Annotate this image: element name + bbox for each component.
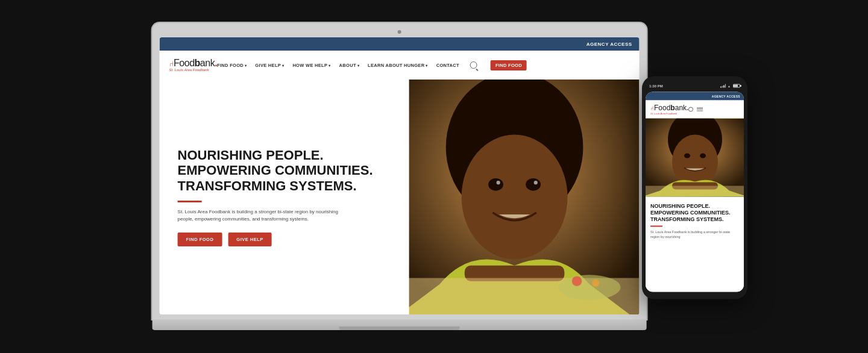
laptop-camera: [398, 30, 401, 34]
phone-status-icons: ▲: [720, 84, 740, 88]
wifi-icon: ▲: [728, 84, 731, 88]
signal-icon: [720, 84, 726, 88]
phone-logo-sub: St. Louis Area Foodbank: [650, 112, 688, 115]
nav-learn-hunger[interactable]: LEARN ABOUT HUNGER ▾: [368, 63, 428, 68]
laptop-base: [153, 319, 647, 330]
phone: 1:30 PM ▲ AGENCY ACCESS: [642, 77, 747, 299]
agency-access-label[interactable]: AGENCY ACCESS: [587, 42, 632, 47]
battery-fill: [734, 85, 738, 87]
phone-nav-icons: [688, 107, 703, 111]
phone-hero-title: NOURISHING PEOPLE. EMPOWERING COMMUNITIE…: [650, 203, 739, 222]
search-icon[interactable]: [470, 61, 477, 69]
nav-give-help[interactable]: GIVE HELP ▾: [255, 63, 284, 68]
logo-text: ⑁Foodbank.: [169, 58, 218, 68]
hero-find-food-button[interactable]: FIND FOOD: [178, 233, 222, 246]
hero-content: NOURISHING PEOPLE. EMPOWERING COMMUNITIE…: [160, 80, 409, 314]
phone-logo-text: ⑁Foodbank.: [650, 104, 688, 112]
phone-time: 1:30 PM: [649, 84, 663, 88]
phone-hero-divider: [650, 226, 662, 227]
phone-screen: AGENCY ACCESS ⑁Foodbank. St. Louis Area …: [646, 92, 744, 292]
logo-subtitle: St. Louis Area Foodbank: [169, 68, 218, 72]
svg-point-10: [572, 276, 582, 286]
phone-hero-description: St. Louis Area Foodbank is building a st…: [650, 230, 739, 239]
website-navbar: ⑁Foodbank. St. Louis Area Foodbank FIND …: [160, 51, 640, 80]
logo-image: ⑁Foodbank. St. Louis Area Foodbank: [169, 58, 218, 72]
hero-section: NOURISHING PEOPLE. EMPOWERING COMMUNITIE…: [160, 80, 640, 314]
hero-give-help-button[interactable]: GIVE HELP: [228, 233, 272, 246]
laptop-body: AGENCY ACCESS ⑁Foodbank. St. Louis Area …: [153, 23, 647, 319]
svg-point-3: [488, 178, 503, 191]
fork-icon: ⑁: [169, 60, 174, 68]
phone-hero-photo: [646, 119, 744, 197]
svg-point-2: [462, 135, 568, 260]
phone-logo[interactable]: ⑁Foodbank. St. Louis Area Foodbank: [650, 104, 688, 115]
hero-image: [390, 80, 640, 314]
phone-search-icon[interactable]: [688, 107, 693, 111]
nav-find-food[interactable]: FIND FOOD ▾: [217, 63, 247, 68]
find-food-button[interactable]: FIND FOOD: [491, 60, 527, 70]
phone-navbar: ⑁Foodbank. St. Louis Area Foodbank: [646, 101, 744, 119]
phone-menu-icon[interactable]: [697, 107, 703, 111]
svg-point-9: [558, 275, 620, 299]
nav-contact[interactable]: CONTACT: [436, 63, 459, 68]
svg-point-16: [700, 154, 706, 158]
logo[interactable]: ⑁Foodbank. St. Louis Area Foodbank: [169, 58, 218, 72]
website-top-bar: AGENCY ACCESS: [160, 37, 640, 51]
phone-fork-icon: ⑁: [650, 105, 654, 111]
laptop-screen: AGENCY ACCESS ⑁Foodbank. St. Louis Area …: [160, 37, 640, 314]
svg-rect-18: [646, 186, 744, 197]
battery-icon: [733, 84, 740, 88]
phone-hero-content: NOURISHING PEOPLE. EMPOWERING COMMUNITIE…: [646, 197, 744, 292]
nav-links: FIND FOOD ▾ GIVE HELP ▾ HOW WE HELP ▾: [217, 60, 527, 70]
chevron-down-icon: ▾: [282, 63, 284, 67]
phone-agency-access[interactable]: AGENCY ACCESS: [712, 95, 740, 98]
scene: AGENCY ACCESS ⑁Foodbank. St. Louis Area …: [0, 0, 868, 353]
nav-about[interactable]: ABOUT ▾: [339, 63, 359, 68]
phone-top-bar: AGENCY ACCESS: [646, 92, 744, 101]
chevron-down-icon: ▾: [357, 63, 359, 67]
chevron-down-icon: ▾: [245, 63, 247, 67]
phone-status-bar: 1:30 PM ▲: [646, 83, 744, 90]
hero-description: St. Louis Area Foodbank is building a st…: [178, 208, 347, 223]
nav-how-we-help[interactable]: HOW WE HELP ▾: [292, 63, 330, 68]
phone-hero-image: [646, 119, 744, 197]
laptop: AGENCY ACCESS ⑁Foodbank. St. Louis Area …: [153, 23, 647, 330]
svg-point-4: [526, 178, 541, 191]
svg-point-6: [534, 181, 538, 184]
hero-title: NOURISHING PEOPLE. EMPOWERING COMMUNITIE…: [178, 148, 391, 193]
hero-photo: [390, 80, 640, 314]
hero-buttons: FIND FOOD GIVE HELP: [178, 233, 391, 246]
chevron-down-icon: ▾: [329, 63, 330, 67]
svg-point-15: [684, 154, 690, 158]
hero-divider: [178, 201, 202, 202]
chevron-down-icon: ▾: [426, 63, 427, 67]
website: AGENCY ACCESS ⑁Foodbank. St. Louis Area …: [160, 37, 640, 314]
svg-point-5: [497, 181, 500, 184]
svg-point-11: [592, 280, 599, 287]
hero-photo-svg: [390, 80, 640, 314]
